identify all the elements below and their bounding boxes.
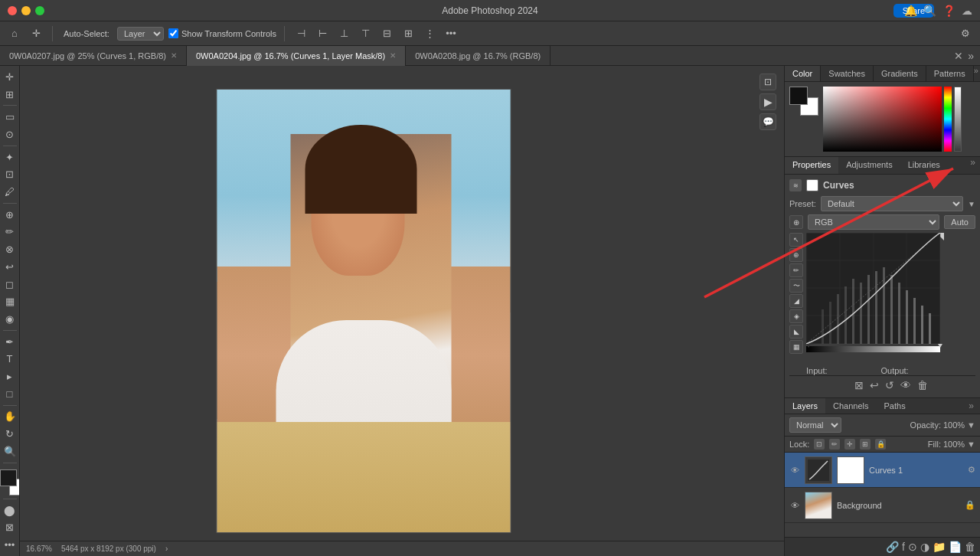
auto-button[interactable]: Auto xyxy=(944,215,975,229)
magic-wand-tool[interactable]: ✦ xyxy=(2,149,18,165)
add-adjustment-icon[interactable]: ◑ xyxy=(920,541,929,553)
blur-tool[interactable]: ◉ xyxy=(2,311,18,327)
move-tool[interactable]: ✛ xyxy=(2,69,18,85)
patterns-tab[interactable]: Patterns xyxy=(926,66,974,81)
tab-close-icon[interactable]: ✕ xyxy=(171,51,177,60)
add-mask-icon[interactable]: ⊙ xyxy=(908,541,917,553)
preset-dropdown[interactable]: Default Strong Contrast Linear Contrast xyxy=(821,196,963,211)
healing-brush-tool[interactable]: ⊕ xyxy=(2,207,18,223)
channel-dropdown[interactable]: RGB Red Green Blue xyxy=(808,214,939,230)
add-link-icon[interactable]: 🔗 xyxy=(886,541,899,553)
curves-eyedropper-light[interactable]: ◣ xyxy=(789,325,803,339)
clip-to-layer-icon[interactable]: ⊠ xyxy=(854,379,864,391)
channels-tab[interactable]: Channels xyxy=(825,398,876,414)
curves-pencil-tool[interactable]: ✏ xyxy=(789,263,803,277)
add-style-icon[interactable]: f xyxy=(902,541,905,553)
curves-eyedropper-mid[interactable]: ◈ xyxy=(789,309,803,323)
align-bottom-icon[interactable]: ⊞ xyxy=(400,25,416,42)
layers-expand-icon[interactable]: » xyxy=(969,401,980,411)
home-icon[interactable]: ⌂ xyxy=(6,25,23,42)
align-center-icon[interactable]: ⊢ xyxy=(314,25,331,42)
quick-mask-icon[interactable]: ⬤ xyxy=(2,502,18,518)
doc-tab-2[interactable]: 0W0A0207.jpg @ 25% (Curves 1, RGB/8) ✕ xyxy=(0,46,187,66)
lock-all-icon[interactable]: 🔒 xyxy=(875,439,886,450)
curves-smooth-tool[interactable]: 〜 xyxy=(789,279,803,293)
close-panel-icon[interactable]: ✕ xyxy=(954,50,963,62)
marquee-tool[interactable]: ▭ xyxy=(2,109,18,125)
search-icon[interactable]: 🔍 xyxy=(923,5,936,17)
swatches-tab[interactable]: Swatches xyxy=(821,66,874,81)
auto-select-dropdown[interactable]: Layer Group xyxy=(117,27,164,41)
layer-curves-1[interactable]: 👁 Curves 1 ⚙ xyxy=(785,453,980,488)
hue-slider[interactable] xyxy=(944,87,952,152)
cloud-icon[interactable]: ☁ xyxy=(962,5,972,17)
delete-layer-icon[interactable]: 🗑 xyxy=(965,541,975,553)
lock-artboard-icon[interactable]: ⊞ xyxy=(860,439,871,450)
clone-stamp-tool[interactable]: ⊗ xyxy=(2,241,18,257)
more-options-icon[interactable]: ••• xyxy=(443,25,459,42)
settings-icon[interactable]: ⚙ xyxy=(957,25,974,42)
sample-eyedropper-icon[interactable]: ⊕ xyxy=(789,215,803,229)
new-group-icon[interactable]: 📁 xyxy=(933,541,946,553)
brush-tool[interactable]: ✏ xyxy=(2,224,18,240)
layer-settings-icon[interactable]: ⚙ xyxy=(968,465,975,475)
hand-tool[interactable]: ✋ xyxy=(2,409,18,425)
panel-expand-icon[interactable]: » xyxy=(974,66,980,81)
foreground-color-swatch[interactable] xyxy=(0,469,17,486)
lock-position-icon[interactable]: ✛ xyxy=(844,439,855,450)
gradients-tab[interactable]: Gradients xyxy=(874,66,926,81)
previous-state-icon[interactable]: ↩ xyxy=(870,379,879,391)
properties-tab[interactable]: Properties xyxy=(785,157,838,174)
layer-background[interactable]: 👁 Background 🔒 xyxy=(785,488,980,523)
distribute-icon[interactable]: ⋮ xyxy=(421,25,438,42)
history-brush-tool[interactable]: ↩ xyxy=(2,259,18,275)
eyedropper-tool[interactable]: 🖊 xyxy=(2,184,18,200)
canvas-area[interactable]: ⊡ ▶ 💬 xyxy=(20,66,784,556)
fill-dropdown-arrow[interactable]: ▼ xyxy=(967,440,975,449)
lasso-tool[interactable]: ⊙ xyxy=(2,126,18,142)
lock-transparent-pixels-icon[interactable]: ⊡ xyxy=(814,439,825,450)
opacity-dropdown-arrow[interactable]: ▼ xyxy=(967,420,975,430)
play-button[interactable]: ▶ xyxy=(760,93,776,110)
curves-pointer-tool[interactable]: ↖ xyxy=(789,233,803,247)
blend-mode-dropdown[interactable]: Normal Multiply Screen Overlay xyxy=(789,417,841,433)
doc-tab-1[interactable]: 0W0A0204.jpg @ 16.7% (Curves 1, Layer Ma… xyxy=(187,46,406,66)
align-right-icon[interactable]: ⊥ xyxy=(335,25,352,42)
eraser-tool[interactable]: ◻ xyxy=(2,276,18,293)
paths-tab[interactable]: Paths xyxy=(877,398,913,414)
layers-tab[interactable]: Layers xyxy=(785,398,825,414)
pen-tool[interactable]: ✒ xyxy=(2,334,18,350)
artboard-tool[interactable]: ⊞ xyxy=(2,87,18,103)
text-tool[interactable]: T xyxy=(2,352,18,368)
doc-tab-3[interactable]: 0W0A0208.jpg @ 16.7% (RGB/8) xyxy=(406,46,550,66)
alpha-slider[interactable] xyxy=(954,87,962,152)
tab-close-icon[interactable]: ✕ xyxy=(390,51,396,60)
align-middle-icon[interactable]: ⊟ xyxy=(378,25,395,42)
help-icon[interactable]: ❓ xyxy=(942,5,956,17)
screen-mode-icon[interactable]: ⊠ xyxy=(2,520,18,536)
layer-visibility-eye-bg[interactable]: 👁 xyxy=(789,500,800,511)
adjustments-tab[interactable]: Adjustments xyxy=(838,157,900,174)
visibility-icon[interactable]: 👁 xyxy=(900,379,911,391)
extras-icon[interactable]: ••• xyxy=(2,537,18,553)
align-left-icon[interactable]: ⊣ xyxy=(292,25,309,42)
lock-image-pixels-icon[interactable]: ✏ xyxy=(829,439,840,450)
gradient-tool[interactable]: ▦ xyxy=(2,293,18,309)
navigator-button[interactable]: ⊡ xyxy=(760,74,776,90)
curves-eyedropper-dark[interactable]: ◢ xyxy=(789,294,803,308)
maximize-button[interactable] xyxy=(35,6,44,15)
reset-icon[interactable]: ↺ xyxy=(885,379,894,391)
crop-tool[interactable]: ⊡ xyxy=(2,166,18,182)
new-document-icon[interactable]: ✛ xyxy=(28,25,44,42)
delete-icon[interactable]: 🗑 xyxy=(917,379,928,391)
comment-button[interactable]: 💬 xyxy=(760,113,776,130)
curves-graph[interactable] xyxy=(806,233,944,363)
transform-controls-checkbox[interactable]: Show Transform Controls xyxy=(168,28,276,38)
libraries-tab[interactable]: Libraries xyxy=(900,157,948,174)
foreground-swatch[interactable] xyxy=(789,87,808,105)
navigate-forward-icon[interactable]: › xyxy=(165,545,168,553)
rotate-view-tool[interactable]: ↻ xyxy=(2,426,18,442)
minimize-button[interactable] xyxy=(21,6,31,15)
align-top-icon[interactable]: ⊤ xyxy=(357,25,374,42)
notification-icon[interactable]: 🔔 xyxy=(904,5,917,17)
